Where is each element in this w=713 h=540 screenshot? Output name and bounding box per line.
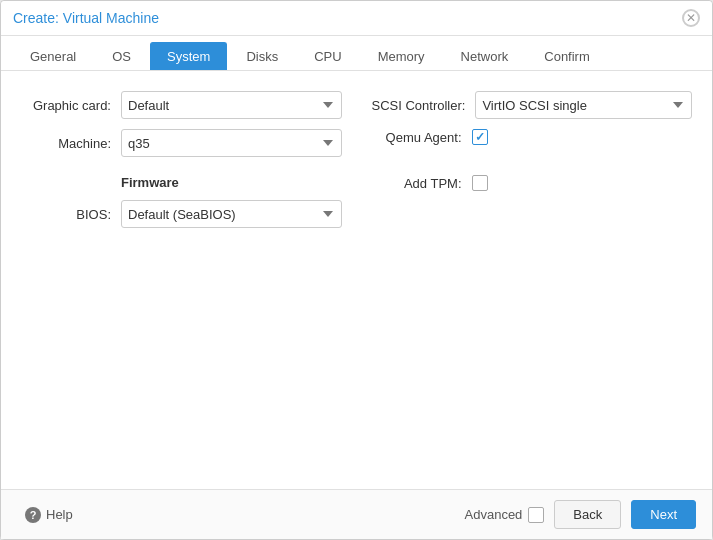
tab-os[interactable]: OS — [95, 42, 148, 70]
back-button[interactable]: Back — [554, 500, 621, 529]
add-tpm-checkbox[interactable] — [472, 175, 488, 191]
qemu-agent-checkbox-wrap — [472, 129, 488, 145]
next-button[interactable]: Next — [631, 500, 696, 529]
tabs-bar: General OS System Disks CPU Memory Netwo… — [1, 36, 712, 71]
close-button[interactable]: ✕ — [682, 9, 700, 27]
machine-row: Machine: q35 — [21, 129, 342, 157]
window-title: Create: Virtual Machine — [13, 10, 159, 26]
advanced-label: Advanced — [465, 507, 523, 522]
tab-confirm[interactable]: Confirm — [527, 42, 607, 70]
advanced-checkbox[interactable] — [528, 507, 544, 523]
bios-label: BIOS: — [21, 207, 111, 222]
graphic-card-select[interactable]: Default — [121, 91, 342, 119]
qemu-agent-checkbox[interactable] — [472, 129, 488, 145]
tab-network[interactable]: Network — [444, 42, 526, 70]
help-icon: ? — [25, 507, 41, 523]
scsi-controller-select[interactable]: VirtIO SCSI single — [475, 91, 692, 119]
machine-label: Machine: — [21, 136, 111, 151]
window: Create: Virtual Machine ✕ General OS Sys… — [0, 0, 713, 540]
footer-left: ? Help — [17, 503, 81, 527]
tab-cpu[interactable]: CPU — [297, 42, 358, 70]
tab-memory[interactable]: Memory — [361, 42, 442, 70]
title-bar: Create: Virtual Machine ✕ — [1, 1, 712, 36]
tab-disks[interactable]: Disks — [229, 42, 295, 70]
graphic-card-row: Graphic card: Default — [21, 91, 342, 119]
tab-system[interactable]: System — [150, 42, 227, 70]
firmware-label: Firmware — [121, 175, 179, 190]
tab-general[interactable]: General — [13, 42, 93, 70]
bios-select[interactable]: Default (SeaBIOS) — [121, 200, 342, 228]
scsi-controller-label: SCSI Controller: — [372, 98, 466, 113]
advanced-wrap: Advanced — [465, 507, 545, 523]
bios-row: BIOS: Default (SeaBIOS) — [21, 200, 342, 228]
add-tpm-label: Add TPM: — [372, 176, 462, 191]
firmware-row: Firmware — [21, 171, 342, 190]
add-tpm-checkbox-wrap — [472, 175, 488, 191]
scsi-controller-row: SCSI Controller: VirtIO SCSI single — [372, 91, 693, 119]
help-label: Help — [46, 507, 73, 522]
right-column: SCSI Controller: VirtIO SCSI single Qemu… — [372, 91, 693, 228]
footer: ? Help Advanced Back Next — [1, 489, 712, 539]
add-tpm-row: Add TPM: — [372, 175, 693, 191]
qemu-agent-row: Qemu Agent: — [372, 129, 693, 145]
form-content: Graphic card: Default Machine: q35 Firmw… — [1, 71, 712, 489]
left-column: Graphic card: Default Machine: q35 Firmw… — [21, 91, 342, 228]
help-button[interactable]: ? Help — [17, 503, 81, 527]
machine-select[interactable]: q35 — [121, 129, 342, 157]
qemu-agent-label: Qemu Agent: — [372, 130, 462, 145]
graphic-card-label: Graphic card: — [21, 98, 111, 113]
footer-right: Advanced Back Next — [465, 500, 696, 529]
